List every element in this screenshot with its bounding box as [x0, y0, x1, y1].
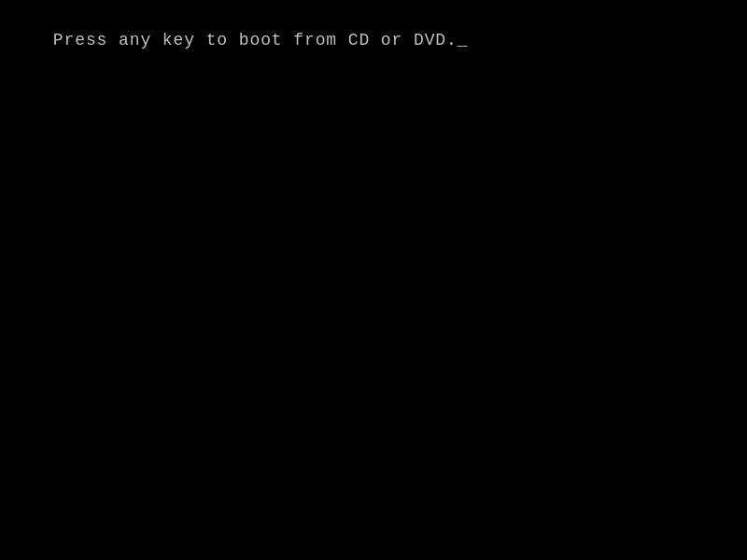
boot-screen: Press any key to boot from CD or DVD._ — [0, 0, 747, 560]
boot-message: Press any key to boot from CD or DVD._ — [9, 12, 468, 68]
boot-message-text: Press any key to boot from CD or DVD. — [53, 31, 458, 49]
cursor-blink: _ — [458, 31, 469, 49]
